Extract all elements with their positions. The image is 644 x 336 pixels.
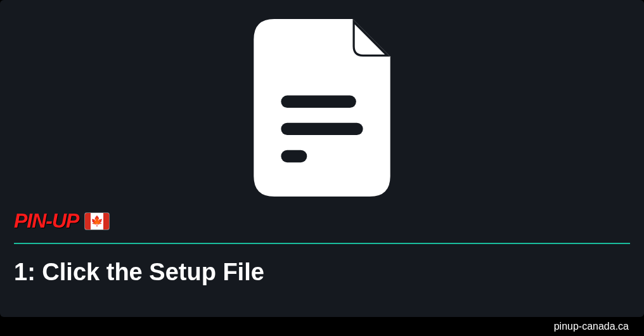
- document-file-icon: [252, 19, 392, 199]
- icon-area: [0, 19, 644, 199]
- brand-logo: PIN-UP: [14, 209, 79, 233]
- svg-rect-2: [281, 150, 307, 162]
- accent-divider: [14, 243, 630, 244]
- instruction-card: PIN-UP 🍁 1: Click the Setup File: [0, 0, 644, 317]
- svg-rect-0: [281, 96, 356, 108]
- maple-leaf-icon: 🍁: [91, 216, 103, 226]
- canada-flag-icon: 🍁: [85, 213, 109, 229]
- step-title: 1: Click the Setup File: [14, 259, 264, 286]
- svg-rect-1: [281, 123, 363, 135]
- brand-row: PIN-UP 🍁: [14, 209, 109, 233]
- footer-url: pinup-canada.ca: [554, 321, 629, 332]
